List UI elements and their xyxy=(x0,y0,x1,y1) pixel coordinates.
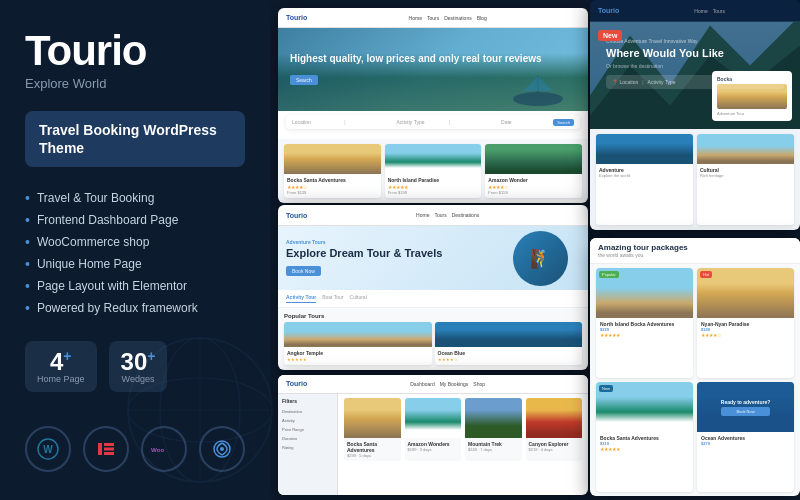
brand-title: Tourio xyxy=(25,30,245,72)
cards-row: Bocka Santa Adventures $299 · 5 days Ama… xyxy=(344,398,582,461)
screenshots-area: Tourio Home Tours Destinations Blog xyxy=(270,0,800,500)
theme-label-text: Travel Booking WordPress Theme xyxy=(39,122,217,156)
feature-item: Page Layout with Elementor xyxy=(25,275,245,297)
right-top-content: Tourio Home Tours xyxy=(590,0,800,230)
svg-rect-9 xyxy=(104,448,114,451)
mock-search-bar[interactable]: Location | Activity Type | Date Search xyxy=(286,115,580,129)
badge-number: 4+ xyxy=(37,349,85,374)
below-hero-cards: Adventure Explore the world Cultural Ric… xyxy=(590,129,800,230)
explore-btn[interactable]: Book Now xyxy=(286,266,321,276)
badge-homepages: 4+ Home Page xyxy=(25,341,97,392)
screenshot-bottom[interactable]: Tourio Dashboard My Bookings Shop Filter… xyxy=(278,375,588,495)
badge-plus: + xyxy=(63,348,71,364)
tour-card[interactable]: Amazon Wonders $189 · 3 days xyxy=(405,398,462,461)
adventure-btn[interactable]: Book Now xyxy=(721,407,770,416)
mock-navbar-2: Tourio Home Tours Destinations xyxy=(278,205,588,226)
tour-cards-grid: Popular North Island Bocka Adventures $2… xyxy=(590,264,800,496)
mock-tour-card[interactable]: Bocka Santa Adventures ★★★★☆ From $129 xyxy=(284,144,381,198)
mock-search-button[interactable]: Search xyxy=(290,75,318,85)
bottom-listing: Filters Destination Activity Price Range… xyxy=(278,394,588,495)
mock-hero: Highest quality, low prices and only rea… xyxy=(278,28,588,111)
svg-text:W: W xyxy=(43,444,53,455)
search-submit[interactable]: Search xyxy=(553,119,574,126)
svg-rect-10 xyxy=(104,452,114,455)
explore-hero: Adventure Tours Explore Dream Tour & Tra… xyxy=(278,226,588,290)
theme-label-box: Travel Booking WordPress Theme xyxy=(25,111,245,167)
globe-watermark xyxy=(120,330,280,490)
feature-item: Frontend Dashboard Page xyxy=(25,209,245,231)
screenshot-right-top[interactable]: Tourio Home Tours xyxy=(590,0,800,230)
explore-hero-text: Adventure Tours Explore Dream Tour & Tra… xyxy=(286,239,442,277)
left-panel: Tourio Explore World Travel Booking Word… xyxy=(0,0,270,500)
feature-item: Unique Home Page xyxy=(25,253,245,275)
screenshot-main[interactable]: Tourio Home Tours Destinations Blog xyxy=(278,8,588,203)
mock-hero-text: Highest quality, low prices and only rea… xyxy=(290,53,542,86)
svg-rect-7 xyxy=(98,443,102,455)
svg-rect-8 xyxy=(104,443,114,446)
hero-where-would: New Choose Adventure Travel Innovative W… xyxy=(590,22,800,129)
feature-card[interactable]: Adventure Explore the world xyxy=(596,134,693,225)
where-would-text: Choose Adventure Travel Innovative Way W… xyxy=(598,30,792,97)
tour-card[interactable]: Mountain Trek $249 · 7 days xyxy=(465,398,522,461)
screenshot-container: Tourio Home Tours Destinations Blog xyxy=(270,0,800,500)
tour-card[interactable]: Ocean Blue ★★★★☆ xyxy=(435,322,583,365)
tour-card[interactable]: Popular North Island Bocka Adventures $2… xyxy=(596,268,693,378)
filter-sidebar: Filters Destination Activity Price Range… xyxy=(278,394,338,495)
mock-tour-card[interactable]: North Island Paradise ★★★★★ From $199 xyxy=(385,144,482,198)
tour-card[interactable]: Hot Nyan-Nyan Paradise $189 ★★★★☆ xyxy=(697,268,794,378)
tour-card[interactable]: Angkor Temple ★★★★★ xyxy=(284,322,432,365)
screenshot-right-bottom[interactable]: Amazing tour packages the world awaits y… xyxy=(590,238,800,496)
new-badge: New xyxy=(598,30,622,41)
mock-tour-card[interactable]: Amazon Wonder ★★★★☆ From $159 xyxy=(485,144,582,198)
feature-card[interactable]: Cultural Rich heritage xyxy=(697,134,794,225)
screenshot-middle[interactable]: Tourio Home Tours Destinations Adventure… xyxy=(278,205,588,370)
wordpress-icon: W xyxy=(25,426,71,472)
features-list: Travel & Tour Booking Frontend Dashboard… xyxy=(25,187,245,319)
middle-content: Tourio Home Tours Destinations Adventure… xyxy=(278,205,588,370)
tour-card[interactable]: Ready to adventure? Book Now Ocean Adven… xyxy=(697,382,794,492)
mock-nav-links: Home Tours Destinations Blog xyxy=(315,15,580,21)
mock-navbar-4: Tourio Home Tours xyxy=(590,0,800,22)
brand-tagline: Explore World xyxy=(25,76,245,91)
hiker-icon: 🧗 xyxy=(513,231,568,286)
bottom-content: Tourio Dashboard My Bookings Shop Filter… xyxy=(278,375,588,495)
tour-grid: Bocka Santa Adventures $299 · 5 days Ama… xyxy=(338,394,588,495)
mock-navbar: Tourio Home Tours Destinations Blog xyxy=(278,8,588,28)
badge-label: Home Page xyxy=(37,374,85,384)
feature-item: WooCommerce shop xyxy=(25,231,245,253)
tour-listing: Popular Tours Angkor Temple ★★★★★ xyxy=(284,313,582,365)
mock-navbar-3: Tourio Dashboard My Bookings Shop xyxy=(278,375,588,394)
mock-logo: Tourio xyxy=(286,14,307,21)
right-bottom-content: Amazing tour packages the world awaits y… xyxy=(590,238,800,496)
section-header: Amazing tour packages the world awaits y… xyxy=(590,238,800,264)
tour-card[interactable]: Canyon Explorer $219 · 4 days xyxy=(526,398,583,461)
tour-card[interactable]: New Bocka Santa Adventures $319 ★★★★★ xyxy=(596,382,693,492)
feature-item: Travel & Tour Booking xyxy=(25,187,245,209)
feature-item: Powered by Redux framework xyxy=(25,297,245,319)
hero-search[interactable]: 📍 Location | Activity Type xyxy=(606,75,784,89)
tour-card[interactable]: Bocka Santa Adventures $299 · 5 days xyxy=(344,398,401,461)
